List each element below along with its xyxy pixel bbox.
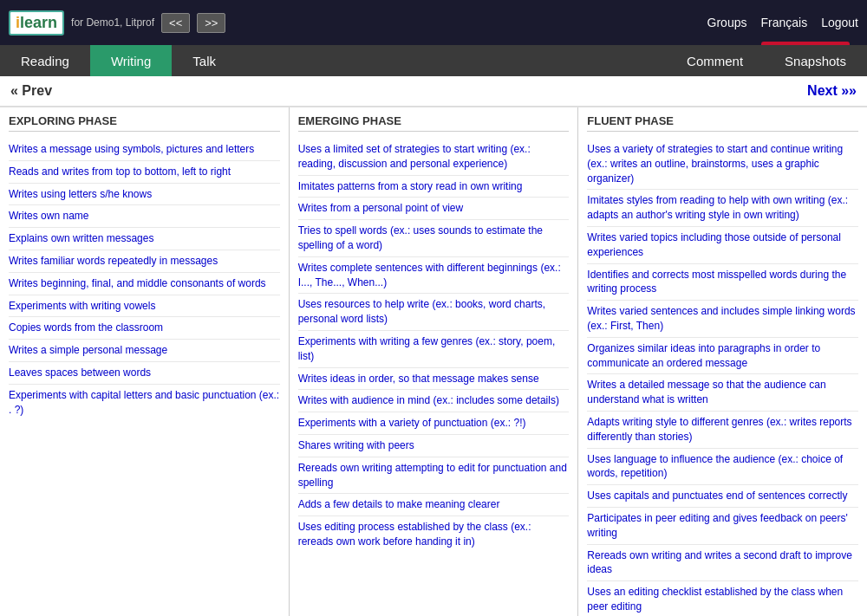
tab-comment[interactable]: Comment [666, 45, 764, 76]
emerging-phase-column: EMERGING PHASE Uses a limited set of str… [290, 107, 579, 616]
list-item[interactable]: Uses resources to help write (ex.: books… [298, 294, 570, 331]
list-item[interactable]: Explains own written messages [9, 228, 280, 250]
list-item[interactable]: Uses a limited set of strategies to star… [298, 139, 570, 176]
tab-snapshots[interactable]: Snapshots [764, 45, 867, 76]
list-item[interactable]: Uses editing process established by the … [298, 516, 570, 553]
list-item[interactable]: Experiments with a variety of punctuatio… [298, 412, 570, 435]
exploring-items-list: Writes a message using symbols, pictures… [9, 139, 280, 420]
list-item[interactable]: Adapts writing style to different genres… [587, 412, 858, 449]
list-item[interactable]: Rereads own writing attempting to edit f… [298, 457, 570, 495]
list-item[interactable]: Leaves spaces between words [9, 362, 280, 385]
next-nav-button[interactable]: >> [197, 13, 225, 33]
list-item[interactable]: Writes varied sentences and includes sim… [587, 301, 858, 338]
list-item[interactable]: Writes from a personal point of view [298, 198, 570, 220]
list-item[interactable]: Uses an editing checklist established by… [587, 581, 858, 616]
emerging-phase-title: EMERGING PHASE [298, 114, 570, 132]
phases-content: EXPLORING PHASE Writes a message using s… [0, 107, 867, 616]
logo: ilearn [9, 10, 64, 36]
exploring-phase-column: EXPLORING PHASE Writes a message using s… [0, 107, 290, 616]
list-item[interactable]: Organizes similar ideas into paragraphs … [587, 338, 858, 375]
list-item[interactable]: Writes beginning, final, and middle cons… [9, 273, 280, 295]
fluent-phase-title: FLUENT PHASE [587, 114, 858, 132]
list-item[interactable]: Writes varied topics including those out… [587, 227, 858, 264]
prev-nav-button[interactable]: << [161, 13, 190, 33]
list-item[interactable]: Adds a few details to make meaning clear… [298, 494, 570, 516]
list-item[interactable]: Writes using letters s/he knows [9, 184, 280, 206]
list-item[interactable]: Uses language to influence the audience … [587, 449, 858, 486]
list-item[interactable]: Tries to spell words (ex.: uses sounds t… [298, 220, 570, 257]
list-item[interactable]: Writes complete sentences with different… [298, 257, 570, 295]
francais-link[interactable]: Français [760, 16, 807, 29]
list-item[interactable]: Experiments with capital letters and bas… [9, 385, 280, 421]
logout-link[interactable]: Logout [821, 16, 858, 29]
list-item[interactable]: Writes a detailed message so that the au… [587, 374, 858, 412]
header-left: ilearn for Demo1, Litprof << >> [9, 10, 225, 36]
tab-talk[interactable]: Talk [172, 45, 237, 76]
list-item[interactable]: Copies words from the classroom [9, 317, 280, 340]
list-item[interactable]: Participates in peer editing and gives f… [587, 508, 858, 545]
list-item[interactable]: Imitates patterns from a story read in o… [298, 176, 570, 198]
list-item[interactable]: Writes with audience in mind (ex.: inclu… [298, 390, 570, 412]
list-item[interactable]: Writes a message using symbols, pictures… [9, 139, 280, 161]
list-item[interactable]: Writes familiar words repeatedly in mess… [9, 250, 280, 273]
header: ilearn for Demo1, Litprof << >> Groups F… [0, 0, 867, 45]
list-item[interactable]: Uses capitals and punctuates end of sent… [587, 485, 858, 508]
fluent-items-list: Uses a variety of strategies to start an… [587, 139, 858, 616]
list-item[interactable]: Experiments with writing vowels [9, 295, 280, 318]
fluent-phase-column: FLUENT PHASE Uses a variety of strategie… [578, 107, 867, 616]
tab-reading[interactable]: Reading [0, 45, 90, 76]
nav-tabs: Reading Writing Talk Comment Snapshots [0, 45, 867, 76]
list-item[interactable]: Imitates styles from reading to help wit… [587, 190, 858, 227]
list-item[interactable]: Writes ideas in order, so that message m… [298, 368, 570, 391]
next-link[interactable]: Next »» [807, 83, 857, 99]
prev-link[interactable]: « Prev [10, 83, 52, 99]
tab-writing[interactable]: Writing [90, 45, 172, 76]
prev-next-bar: « Prev Next »» [0, 76, 867, 107]
list-item[interactable]: Rereads own writing and writes a second … [587, 545, 858, 582]
for-user-text: for Demo1, Litprof [71, 16, 154, 29]
list-item[interactable]: Uses a variety of strategies to start an… [587, 139, 858, 190]
list-item[interactable]: Reads and writes from top to bottom, lef… [9, 161, 280, 184]
list-item[interactable]: Shares writing with peers [298, 435, 570, 457]
list-item[interactable]: Identifies and corrects most misspelled … [587, 264, 858, 302]
list-item[interactable]: Writes a simple personal message [9, 340, 280, 362]
groups-link[interactable]: Groups [707, 16, 747, 29]
exploring-phase-title: EXPLORING PHASE [9, 114, 280, 132]
list-item[interactable]: Writes own name [9, 205, 280, 228]
header-right: Groups Français Logout Report a Problem [707, 16, 858, 29]
emerging-items-list: Uses a limited set of strategies to star… [298, 139, 570, 553]
logo-text: learn [20, 14, 57, 31]
list-item[interactable]: Experiments with writing a few genres (e… [298, 331, 570, 368]
